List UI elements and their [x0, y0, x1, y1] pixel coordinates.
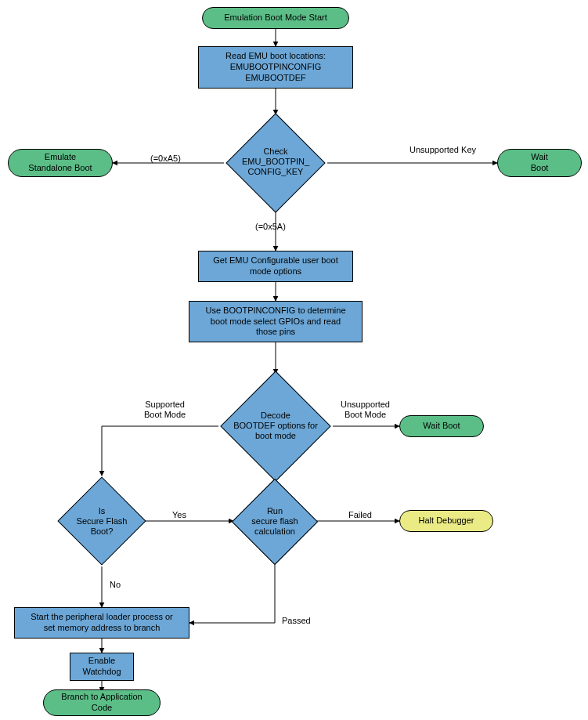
- use-bootpinconfig-label: Use BOOTPINCONFIG to determineboot mode …: [205, 306, 345, 338]
- edge-unsupported-bm: UnsupportedBoot Mode: [341, 400, 390, 419]
- run-secure-decision: [232, 479, 318, 565]
- emu-standalone-label: EmulateStandalone Boot: [28, 152, 92, 174]
- is-secure-decision: [57, 476, 146, 565]
- emu-standalone-terminator: EmulateStandalone Boot: [8, 149, 113, 177]
- wait-boot-top-label: WaitBoot: [531, 152, 549, 174]
- start-loader-label: Start the peripheral loader process orse…: [31, 612, 173, 634]
- edge-unsupported-key: Unsupported Key: [409, 145, 476, 155]
- get-emu-process: Get EMU Configurable user bootmode optio…: [198, 251, 353, 282]
- wait-boot-mid-label: Wait Boot: [423, 421, 460, 432]
- use-bootpinconfig-process: Use BOOTPINCONFIG to determineboot mode …: [189, 301, 363, 342]
- enable-watchdog-label: EnableWatchdog: [82, 656, 121, 678]
- edge-a5: (=0xA5): [150, 154, 181, 164]
- check-key-decision: [225, 113, 325, 212]
- edge-no: No: [110, 580, 121, 590]
- edge-passed: Passed: [282, 616, 311, 626]
- edge-yes: Yes: [172, 510, 186, 520]
- wait-boot-mid-terminator: Wait Boot: [399, 415, 484, 437]
- wait-boot-top-terminator: WaitBoot: [497, 149, 582, 177]
- branch-app-label: Branch to ApplicationCode: [61, 692, 142, 714]
- start-label: Emulation Boot Mode Start: [224, 13, 326, 24]
- halt-debugger-label: Halt Debugger: [419, 516, 474, 526]
- edge-failed: Failed: [348, 510, 372, 520]
- edge-supported-bm: SupportedBoot Mode: [144, 400, 186, 419]
- enable-watchdog-process: EnableWatchdog: [70, 653, 134, 681]
- read-emu-process: Read EMU boot locations:EMUBOOTPINCONFIG…: [198, 46, 353, 89]
- start-terminator: Emulation Boot Mode Start: [202, 7, 349, 29]
- decode-bootdef-decision: [220, 371, 330, 481]
- branch-app-terminator: Branch to ApplicationCode: [43, 689, 161, 716]
- read-emu-label: Read EMU boot locations:EMUBOOTPINCONFIG…: [225, 51, 326, 83]
- edge-five-a: (=0x5A): [255, 222, 286, 232]
- get-emu-label: Get EMU Configurable user bootmode optio…: [213, 255, 338, 277]
- start-loader-process: Start the peripheral loader process orse…: [14, 607, 189, 639]
- halt-debugger-terminator: Halt Debugger: [399, 510, 493, 532]
